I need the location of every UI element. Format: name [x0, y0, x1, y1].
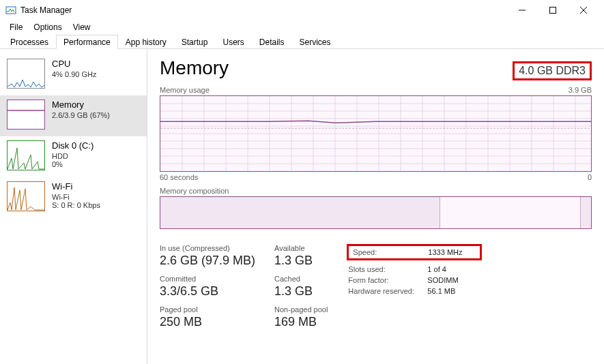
paged-value: 250 MB — [160, 315, 255, 329]
sidebar-item-sub: 4% 0.90 GHz — [52, 70, 96, 78]
sidebar-item-sub: 2.6/3.9 GB (67%) — [52, 111, 110, 119]
memory-thumb-graph — [7, 100, 45, 130]
window-buttons — [506, 0, 599, 20]
app-icon — [5, 5, 16, 16]
composition-label: Memory composition — [160, 187, 229, 195]
paged-label: Paged pool — [160, 305, 255, 314]
tab-details[interactable]: Details — [252, 35, 292, 49]
cpu-thumb-graph — [7, 59, 45, 89]
xaxis-left: 60 seconds — [160, 173, 198, 181]
hw-label: Hardware reserved: — [348, 286, 426, 296]
disk-thumb-graph — [7, 140, 45, 170]
form-value: SODIMM — [427, 275, 466, 285]
menu-view[interactable]: View — [68, 21, 96, 33]
cached-label: Cached — [274, 275, 328, 283]
titlebar: Task Manager — [0, 0, 604, 20]
sidebar-item-disk[interactable]: Disk 0 (C:) HDD 0% — [0, 136, 147, 177]
usage-graph-label: Memory usage — [160, 86, 210, 94]
sidebar-item-sub: Wi-Fi — [52, 193, 100, 201]
speed-label: Speed: — [353, 247, 427, 257]
committed-label: Committed — [160, 275, 255, 283]
menubar: File Options View — [0, 20, 604, 34]
tab-app-history[interactable]: App history — [118, 35, 174, 49]
composition-graph[interactable] — [160, 196, 592, 229]
page-title: Memory — [160, 57, 229, 79]
sidebar-item-label: CPU — [52, 59, 96, 69]
minimize-button[interactable] — [506, 0, 537, 20]
in-use-value: 2.6 GB (97.9 MB) — [160, 254, 255, 268]
menu-file[interactable]: File — [4, 21, 28, 33]
speed-value: 1333 MHz — [428, 247, 476, 257]
available-label: Available — [274, 244, 328, 252]
sidebar-item-cpu[interactable]: CPU 4% 0.90 GHz — [0, 55, 147, 95]
close-button[interactable] — [568, 0, 599, 20]
menu-options[interactable]: Options — [28, 21, 67, 33]
sidebar-item-sub2: 0% — [52, 160, 94, 168]
stats-left: In use (Compressed) 2.6 GB (97.9 MB) Ava… — [160, 244, 328, 329]
maximize-button[interactable] — [537, 0, 568, 20]
sidebar-item-wifi[interactable]: Wi-Fi Wi-Fi S: 0 R: 0 Kbps — [0, 177, 147, 218]
tab-users[interactable]: Users — [215, 35, 251, 49]
available-value: 1.3 GB — [274, 254, 328, 268]
wifi-thumb-graph — [7, 181, 45, 211]
detail-pane: Memory 4.0 GB DDR3 Memory usage 3.9 GB 6… — [147, 49, 604, 364]
tab-startup[interactable]: Startup — [174, 35, 216, 49]
sidebar-item-label: Wi-Fi — [52, 181, 100, 192]
stats-right: Speed: 1333 MHz Slots used: 1 of 4 Form … — [347, 244, 482, 329]
sidebar-item-sub2: S: 0 R: 0 Kbps — [52, 201, 100, 209]
svg-rect-2 — [549, 7, 556, 14]
tab-performance[interactable]: Performance — [56, 35, 118, 49]
form-label: Form factor: — [348, 275, 426, 285]
sidebar-item-label: Memory — [52, 100, 110, 110]
tab-processes[interactable]: Processes — [3, 35, 56, 49]
nonpaged-label: Non-paged pool — [274, 305, 328, 314]
slots-value: 1 of 4 — [427, 264, 466, 274]
sidebar-item-memory[interactable]: Memory 2.6/3.9 GB (67%) — [0, 95, 147, 136]
tab-services[interactable]: Services — [292, 35, 339, 49]
usage-graph-max: 3.9 GB — [569, 86, 592, 94]
usage-graph[interactable] — [160, 95, 592, 172]
composition-in-use — [160, 197, 440, 228]
composition-reserved — [580, 197, 591, 228]
xaxis-right: 0 — [588, 173, 592, 181]
slots-label: Slots used: — [348, 264, 426, 274]
tab-strip: Processes Performance App history Startu… — [0, 34, 604, 49]
memory-capacity: 4.0 GB DDR3 — [513, 61, 592, 80]
sidebar-item-sub: HDD — [52, 152, 94, 160]
content: CPU 4% 0.90 GHz Memory 2.6/3.9 GB (67%) … — [0, 49, 604, 364]
in-use-label: In use (Compressed) — [160, 244, 255, 252]
nonpaged-value: 169 MB — [274, 315, 328, 329]
sidebar-item-label: Disk 0 (C:) — [52, 140, 94, 151]
hw-value: 56.1 MB — [427, 286, 466, 296]
committed-value: 3.3/6.5 GB — [160, 284, 255, 299]
window-title: Task Manager — [20, 5, 506, 15]
cached-value: 1.3 GB — [274, 284, 328, 299]
sidebar: CPU 4% 0.90 GHz Memory 2.6/3.9 GB (67%) … — [0, 49, 147, 364]
